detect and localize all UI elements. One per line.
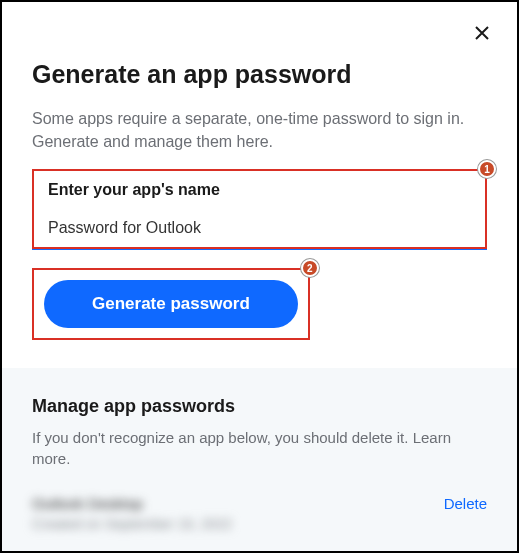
app-name-input[interactable]: [48, 217, 471, 239]
app-created-text: Created on September 19, 2022: [32, 516, 232, 532]
app-password-row: Outlook Desktop Created on September 19,…: [32, 495, 487, 532]
app-name-text: Outlook Desktop: [32, 495, 232, 512]
callout-badge-2: 2: [301, 259, 319, 277]
input-underline: [32, 249, 487, 250]
manage-title: Manage app passwords: [32, 396, 487, 417]
app-name-label: Enter your app's name: [48, 181, 471, 199]
delete-app-link[interactable]: Delete: [444, 495, 487, 512]
app-name-field-group: 1 Enter your app's name: [32, 169, 487, 249]
generate-password-button[interactable]: Generate password: [44, 280, 298, 328]
manage-description: If you don't recognize an app below, you…: [32, 427, 487, 469]
manage-description-text: If you don't recognize an app below, you…: [32, 429, 413, 446]
close-icon: [474, 25, 490, 41]
app-info: Outlook Desktop Created on September 19,…: [32, 495, 232, 532]
close-button[interactable]: [473, 24, 491, 42]
manage-passwords-section: Manage app passwords If you don't recogn…: [2, 368, 517, 553]
dialog-description: Some apps require a separate, one-time p…: [32, 107, 487, 153]
dialog-content: Generate an app password Some apps requi…: [2, 2, 517, 553]
callout-badge-1: 1: [478, 160, 496, 178]
dialog-title: Generate an app password: [32, 60, 487, 89]
generate-button-group: 2 Generate password: [32, 268, 310, 340]
